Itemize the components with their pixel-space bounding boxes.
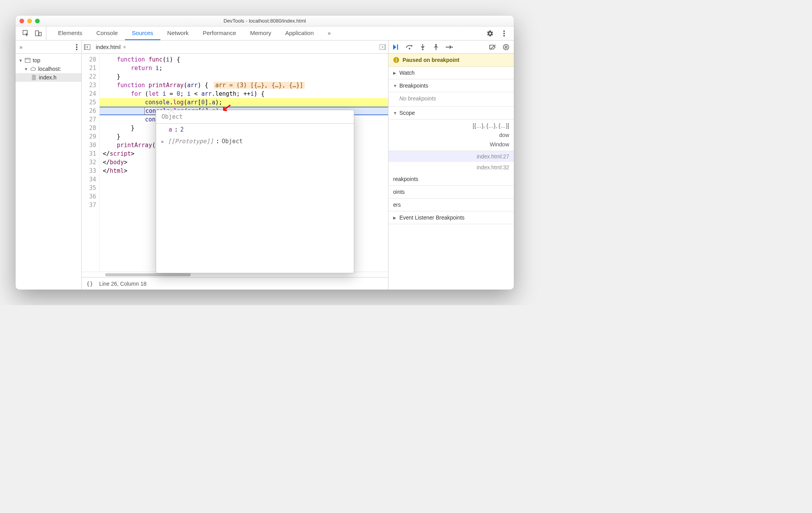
section-scope[interactable]: ▼ Scope	[388, 107, 514, 119]
toggle-navigator-icon[interactable]	[84, 44, 90, 50]
popup-prototype-row[interactable]: ▶ [[Prototype]]: Object	[156, 135, 354, 147]
section-dom-breakpoints[interactable]: oints	[388, 186, 514, 199]
step-icon[interactable]	[445, 43, 453, 51]
popup-proto-value: Object	[221, 138, 243, 145]
tab-network[interactable]: Network	[160, 26, 196, 40]
code-line[interactable]: }	[100, 72, 388, 81]
line-number[interactable]: 23	[83, 81, 96, 90]
callstack-row[interactable]: index.html:32	[388, 162, 514, 173]
navigator-more-icon[interactable]: »	[19, 44, 23, 50]
scope-row[interactable]: Window	[388, 140, 514, 149]
line-number[interactable]: 28	[83, 124, 96, 132]
svg-rect-12	[84, 44, 86, 49]
minimize-window-button[interactable]	[27, 19, 32, 23]
code-line[interactable]: for (let i = 0; i < arr.length; ++i) {	[100, 90, 388, 98]
line-number[interactable]: 31	[83, 149, 96, 158]
svg-rect-29	[396, 58, 397, 59]
code-line[interactable]: function func(i) {	[100, 55, 388, 64]
section-label: reakpoints	[393, 176, 418, 182]
svg-rect-2	[39, 32, 41, 36]
pause-exceptions-icon[interactable]	[502, 43, 510, 51]
line-number[interactable]: 30	[83, 141, 96, 149]
popup-property-row[interactable]: a: 2	[156, 124, 354, 135]
deactivate-breakpoints-icon[interactable]	[489, 43, 497, 51]
inspect-element-icon[interactable]	[22, 29, 30, 38]
popup-prop-value: 2	[180, 126, 184, 133]
code-line[interactable]: console.log(arr[0].a);	[100, 98, 388, 107]
tree-file-index[interactable]: index.h	[16, 73, 81, 82]
line-number[interactable]: 27	[83, 115, 96, 124]
device-toolbar-icon[interactable]	[34, 29, 43, 38]
line-gutter: 202122232425262728293031323334353637	[82, 54, 100, 272]
toggle-debugger-pane-icon[interactable]	[380, 44, 386, 50]
navigator-menu-icon[interactable]	[76, 44, 77, 50]
line-number[interactable]: 24	[83, 90, 96, 98]
tree-top-label: top	[33, 57, 40, 63]
close-window-button[interactable]	[19, 19, 24, 23]
line-number[interactable]: 29	[83, 132, 96, 141]
debugger-pane: Paused on breakpoint ▶ Watch ▼ Breakpoin…	[388, 40, 514, 290]
tab-sources[interactable]: Sources	[125, 26, 160, 40]
line-number[interactable]: 22	[83, 72, 96, 81]
resume-icon[interactable]	[392, 43, 400, 51]
file-tab-index[interactable]: index.html ×	[93, 44, 128, 50]
callstack-row[interactable]: index.html:27	[388, 151, 514, 162]
section-watch[interactable]: ▶ Watch	[388, 67, 514, 79]
tab-application[interactable]: Application	[278, 26, 321, 40]
tree-origin-label: localhost:	[38, 66, 61, 72]
file-tab-bar: index.html ×	[82, 40, 388, 54]
chevron-down-icon: ▼	[19, 58, 23, 63]
scope-label: Scope	[399, 110, 415, 116]
more-tabs-icon[interactable]: »	[321, 26, 338, 40]
step-out-icon[interactable]	[432, 43, 440, 51]
line-number[interactable]: 36	[83, 192, 96, 201]
svg-rect-26	[506, 46, 507, 49]
line-number[interactable]: 34	[83, 175, 96, 184]
devtools-tabstrip: Elements Console Sources Network Perform…	[16, 26, 514, 40]
line-number[interactable]: 37	[83, 201, 96, 209]
tab-performance[interactable]: Performance	[196, 26, 243, 40]
tree-origin[interactable]: ▼ localhost:	[16, 65, 81, 73]
close-tab-icon[interactable]: ×	[123, 44, 126, 50]
code-line[interactable]: return i;	[100, 64, 388, 72]
code-line[interactable]: function printArray(arr) {arr = (3) [{…}…	[100, 81, 388, 90]
line-number[interactable]: 33	[83, 167, 96, 175]
cloud-icon	[30, 66, 36, 72]
step-over-icon[interactable]	[406, 43, 413, 51]
scope-value: Window	[490, 141, 509, 148]
line-number[interactable]: 35	[83, 184, 96, 192]
tab-console[interactable]: Console	[90, 26, 125, 40]
line-number[interactable]: 26	[83, 107, 96, 115]
editor-statusbar: {} Line 26, Column 18	[82, 277, 388, 290]
tab-elements[interactable]: Elements	[51, 26, 90, 40]
scope-row[interactable]: [{…}, {…}, {…}]	[388, 121, 514, 130]
svg-rect-9	[25, 58, 30, 63]
settings-gear-icon[interactable]	[486, 29, 494, 38]
popup-prop-key: a	[169, 126, 172, 133]
devtools-window: DevTools - localhost:8080/index.html Ele…	[16, 16, 514, 290]
section-xhr-breakpoints[interactable]: reakpoints	[388, 173, 514, 186]
line-number[interactable]: 25	[83, 98, 96, 107]
tree-top-frame[interactable]: ▼ top	[16, 56, 81, 65]
tab-memory[interactable]: Memory	[243, 26, 278, 40]
svg-point-3	[503, 30, 505, 32]
zoom-window-button[interactable]	[35, 19, 40, 23]
panel-tabs: Elements Console Sources Network Perform…	[46, 26, 486, 40]
step-into-icon[interactable]	[419, 43, 427, 51]
section-breakpoints[interactable]: ▼ Breakpoints	[388, 79, 514, 92]
cursor-position: Line 26, Column 18	[99, 281, 146, 287]
section-global-listeners[interactable]: ers	[388, 199, 514, 211]
line-number[interactable]: 20	[83, 55, 96, 64]
chevron-right-icon: ▶	[162, 139, 165, 144]
scrollbar-thumb[interactable]	[105, 273, 191, 276]
chevron-down-icon: ▼	[393, 84, 397, 88]
chevron-down-icon: ▼	[24, 67, 28, 71]
section-event-listener-breakpoints[interactable]: ▶ Event Listener Breakpoints	[388, 211, 514, 224]
kebab-menu-icon[interactable]	[500, 29, 508, 38]
line-number[interactable]: 32	[83, 158, 96, 167]
navigator-pane: » ▼ top ▼ localhost:	[16, 40, 82, 290]
breakpoints-label: Breakpoints	[399, 83, 428, 89]
line-number[interactable]: 21	[83, 64, 96, 72]
pretty-print-icon[interactable]: {}	[86, 281, 93, 287]
scope-row[interactable]: dow	[388, 130, 514, 140]
